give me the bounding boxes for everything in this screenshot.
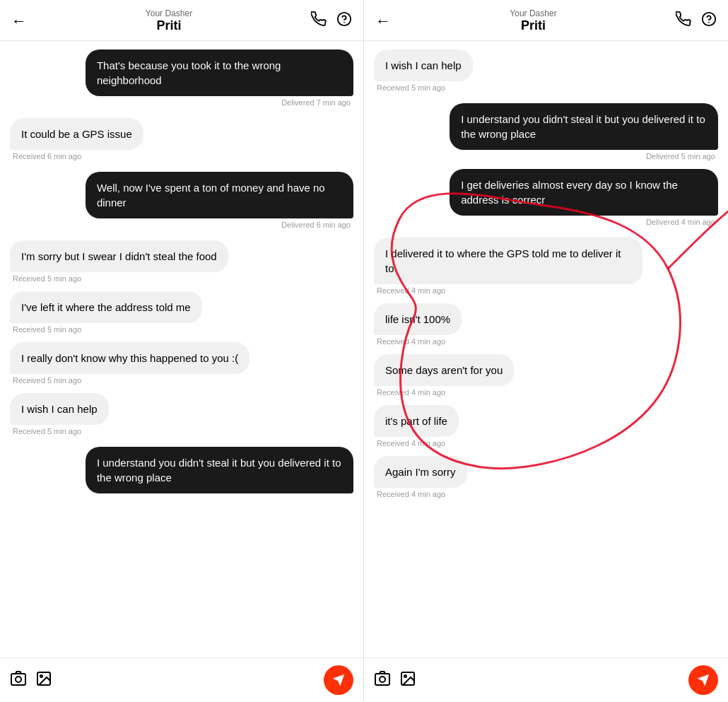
bottom-bar-left [0,657,363,702]
msg-wrapper-left-2: It could be a GPS issue Received 6 min a… [10,118,353,160]
meta-right-5: Received 4 min ago [374,337,448,346]
meta-left-6: Received 5 min ago [10,376,84,385]
msg-wrapper-left-8: I understand you didn't steal it but you… [10,447,353,493]
phone-icon-left[interactable] [311,11,327,30]
bubble-right-2: I understand you didn't steal it but you… [450,103,718,150]
right-panel: ← Your Dasher Priti I wish I can help Re… [364,0,728,702]
bubble-right-3: I get deliveries almost every day so I k… [450,169,718,216]
svg-rect-2 [11,674,25,685]
meta-right-3: Delivered 4 min ago [643,218,718,226]
bubble-right-1: I wish I can help [374,49,473,81]
left-panel: ← Your Dasher Priti That's because you t… [0,0,364,702]
svg-point-9 [380,677,385,682]
msg-wrapper-left-6: I really don't know why this happened to… [10,342,353,385]
bubble-left-1: That's because you took it to the wrong … [86,49,353,96]
meta-right-2: Delivered 5 min ago [643,152,718,160]
bubble-right-4: I delivered it to where the GPS told me … [374,238,642,284]
meta-right-4: Received 4 min ago [374,286,448,295]
bubble-left-3: Well, now I've spent a ton of money and … [86,172,353,218]
msg-wrapper-right-8: Again I'm sorry Received 4 min ago [374,456,718,498]
bubble-right-8: Again I'm sorry [374,456,467,488]
bubble-left-7: I wish I can help [10,393,109,425]
msg-wrapper-left-1: That's because you took it to the wrong … [10,49,353,107]
msg-wrapper-left-5: I've left it where the address told me R… [10,291,353,334]
bottom-bar-right [364,657,728,702]
meta-right-7: Received 4 min ago [374,439,448,447]
bubble-left-4: I'm sorry but I swear I didn't steal the… [10,240,228,272]
bottom-icons-right [374,670,416,691]
camera-icon-right[interactable] [374,670,391,691]
msg-wrapper-right-1: I wish I can help Received 5 min ago [374,49,718,92]
header-center-left: Your Dasher Priti [27,8,311,33]
image-icon-left[interactable] [35,670,52,691]
help-icon-left[interactable] [336,11,352,30]
bubble-left-5: I've left it where the address told me [10,291,202,323]
dasher-label-left: Your Dasher [27,8,311,18]
meta-left-1: Delivered 7 min ago [278,98,353,107]
header-center-right: Your Dasher Priti [391,8,676,33]
bubble-left-6: I really don't know why this happened to… [10,342,249,374]
meta-left-2: Received 6 min ago [10,152,84,160]
back-button-left[interactable]: ← [11,12,27,30]
msg-wrapper-left-4: I'm sorry but I swear I didn't steal the… [10,240,353,283]
send-button-right[interactable] [688,665,718,695]
back-button-right[interactable]: ← [375,12,391,30]
bubble-right-6: Some days aren't for you [374,354,514,386]
msg-wrapper-right-6: Some days aren't for you Received 4 min … [374,354,718,397]
camera-icon-left[interactable] [10,670,27,691]
msg-wrapper-right-3: I get deliveries almost every day so I k… [374,169,718,226]
header-icons-left [311,11,352,30]
msg-wrapper-right-4: I delivered it to where the GPS told me … [374,238,718,295]
left-header: ← Your Dasher Priti [0,0,363,41]
svg-rect-8 [375,674,389,685]
messages-area-left: That's because you took it to the wrong … [0,41,363,657]
bubble-right-5: life isn't 100% [374,303,462,335]
meta-right-1: Received 5 min ago [374,83,448,92]
bottom-icons-left [10,670,52,691]
header-icons-right [676,11,717,30]
msg-wrapper-left-7: I wish I can help Received 5 min ago [10,393,353,435]
dasher-name-right: Priti [391,18,676,33]
bubble-right-7: it's part of life [374,405,459,437]
svg-point-3 [16,677,21,682]
right-header: ← Your Dasher Priti [364,0,728,41]
meta-right-8: Received 4 min ago [374,490,448,498]
svg-point-5 [40,675,42,677]
help-icon-right[interactable] [701,11,717,30]
msg-wrapper-right-5: life isn't 100% Received 4 min ago [374,303,718,346]
meta-left-7: Received 5 min ago [10,427,84,435]
bubble-left-8: I understand you didn't steal it but you… [86,447,353,493]
send-button-left[interactable] [324,665,353,695]
bubble-left-2: It could be a GPS issue [10,118,143,150]
image-icon-right[interactable] [399,670,416,691]
messages-area-right: I wish I can help Received 5 min ago I u… [364,41,728,657]
msg-wrapper-right-2: I understand you didn't steal it but you… [374,103,718,160]
meta-left-5: Received 5 min ago [10,325,84,334]
dasher-name-left: Priti [27,18,311,33]
meta-left-3: Delivered 6 min ago [278,221,353,229]
meta-left-4: Received 5 min ago [10,274,84,283]
meta-right-6: Received 4 min ago [374,388,448,397]
svg-point-11 [404,675,406,677]
dasher-label-right: Your Dasher [391,8,676,18]
msg-wrapper-left-3: Well, now I've spent a ton of money and … [10,172,353,229]
phone-icon-right[interactable] [676,11,691,30]
msg-wrapper-right-7: it's part of life Received 4 min ago [374,405,718,447]
